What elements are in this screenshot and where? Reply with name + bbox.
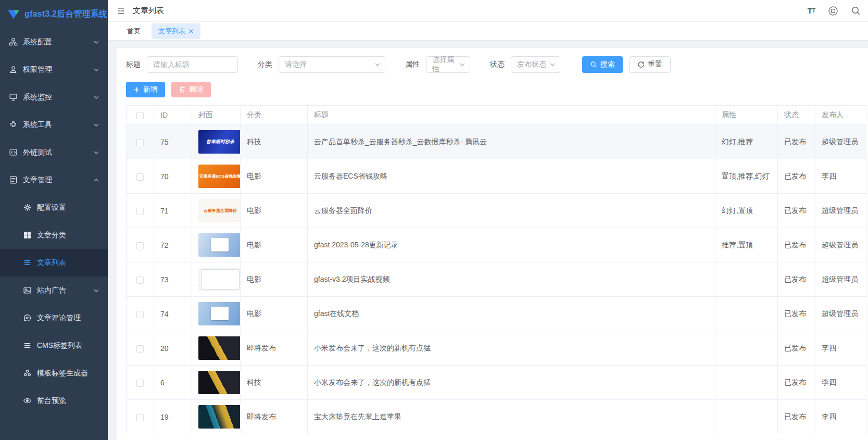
- cell-cover: [192, 262, 241, 297]
- chevron-down-icon: [93, 287, 99, 294]
- cover-image[interactable]: [198, 302, 241, 325]
- sidebar-item[interactable]: 文章管理: [0, 166, 108, 194]
- chevron-down-icon: [374, 61, 381, 68]
- search-button[interactable]: 搜索: [582, 56, 623, 73]
- row-checkbox[interactable]: [136, 345, 144, 353]
- cell-attrs: 幻灯,置顶: [715, 194, 778, 228]
- table-header-row: ID 封面 分类 标题 属性 状态 发布人: [127, 106, 866, 125]
- column-header-status: 状态: [778, 106, 815, 125]
- sidebar-item[interactable]: 文章分类: [0, 221, 108, 249]
- sidebar-item-label: 系统配置: [23, 37, 52, 47]
- cell-status: 已发布: [778, 228, 815, 262]
- eye-icon: [23, 396, 32, 405]
- sidebar-item-label: 文章分类: [37, 231, 66, 240]
- sidebar-item[interactable]: CMS标签列表: [0, 332, 108, 359]
- cell-status: 已发布: [778, 331, 815, 366]
- language-icon[interactable]: [828, 6, 838, 16]
- cell-id: 74: [154, 297, 192, 331]
- row-checkbox[interactable]: [136, 414, 144, 421]
- table-row: 72 电影 gfast 2023-05-28更新记录 推荐,置顶 已发布 超级管…: [127, 228, 866, 262]
- table-row: 6 科技 小米发布会来了，这次的新机有点猛 已发布 李四: [127, 366, 866, 400]
- category-select[interactable]: 请选择: [279, 56, 385, 73]
- search-icon[interactable]: [851, 6, 861, 16]
- cell-attrs: [715, 331, 778, 366]
- cell-title: gfast在线文档: [308, 297, 715, 331]
- sidebar-item[interactable]: 系统监控: [0, 83, 108, 111]
- delete-button[interactable]: 删除: [171, 82, 211, 97]
- select-all-checkbox[interactable]: [136, 112, 144, 119]
- table-row: 71 云服务器全面降价 电影 云服务器全面降价 幻灯,置顶 已发布 超级管理员: [127, 194, 866, 228]
- link-icon: [9, 148, 18, 157]
- cell-category: 电影: [241, 194, 308, 228]
- page-title: 文章列表: [133, 6, 164, 16]
- monitor-icon: [9, 93, 18, 102]
- cell-publisher: 超级管理员: [815, 262, 866, 297]
- row-checkbox[interactable]: [136, 276, 144, 284]
- filter-bar: 标题 分类 请选择 属性 选择属性: [126, 56, 868, 73]
- plus-icon: [133, 86, 140, 93]
- cell-id: 71: [154, 194, 192, 228]
- cover-image-text: 云服务器全面降价: [202, 208, 238, 213]
- chevron-down-icon: [93, 39, 99, 45]
- sidebar-item[interactable]: 模板标签生成器: [0, 359, 108, 387]
- sidebar-menu: 系统配置 权限管理 系统监控 系统工具 外链测试 文章管理 配置设置 文章分类 …: [0, 28, 108, 440]
- content-area: 标题 分类 请选择 属性 选择属性: [108, 41, 868, 440]
- chevron-down-icon: [93, 94, 99, 100]
- column-header-attrs: 属性: [715, 106, 778, 125]
- tab-article-list[interactable]: 文章列表: [152, 23, 200, 39]
- comment-icon: [23, 313, 32, 322]
- cover-image[interactable]: [198, 336, 241, 360]
- tab-home[interactable]: 首页: [120, 23, 147, 39]
- add-button[interactable]: 新增: [126, 82, 165, 97]
- cell-category: 即将发布: [241, 331, 308, 366]
- close-icon[interactable]: [188, 29, 194, 34]
- attribute-select[interactable]: 选择属性: [426, 56, 470, 73]
- cover-image[interactable]: 云服务器ECS省钱攻略: [198, 165, 241, 188]
- cell-category: 即将发布: [241, 400, 308, 434]
- search-icon: [590, 61, 597, 68]
- cell-category: 电影: [241, 228, 308, 262]
- reset-button[interactable]: 重置: [629, 56, 671, 73]
- sidebar-item-label: 权限管理: [23, 65, 52, 74]
- cell-attrs: [715, 400, 778, 434]
- cell-id: 72: [154, 228, 192, 262]
- fold-menu-icon[interactable]: [116, 6, 125, 16]
- app-title: gfast3.2后台管理系统: [24, 9, 107, 20]
- cover-image[interactable]: [198, 405, 241, 429]
- row-checkbox[interactable]: [136, 139, 144, 146]
- cell-cover: [192, 366, 241, 400]
- sidebar-item[interactable]: 站内广告: [0, 276, 108, 304]
- cover-image[interactable]: [198, 268, 241, 291]
- sidebar-item[interactable]: 系统工具: [0, 111, 108, 139]
- cell-publisher: 李四: [815, 159, 866, 194]
- cell-publisher: 超级管理员: [815, 125, 866, 159]
- cover-image[interactable]: 首单限时秒杀: [198, 130, 241, 154]
- chevron-down-icon: [93, 67, 99, 73]
- column-header-id: ID: [154, 106, 192, 125]
- sidebar-item[interactable]: 配置设置: [0, 194, 108, 221]
- cell-title: gfast-v3.2项目实战视频: [308, 262, 715, 297]
- sidebar-item[interactable]: 文章评论管理: [0, 304, 108, 332]
- row-checkbox[interactable]: [136, 380, 144, 387]
- cover-image[interactable]: [198, 233, 241, 257]
- row-checkbox[interactable]: [136, 311, 144, 318]
- sidebar-item[interactable]: 文章列表: [0, 249, 108, 276]
- sidebar-item-label: 文章列表: [37, 258, 66, 268]
- sidebar-item[interactable]: 外链测试: [0, 139, 108, 166]
- cover-image[interactable]: [198, 371, 241, 394]
- cover-image[interactable]: 云服务器全面降价: [198, 199, 241, 222]
- row-checkbox[interactable]: [136, 242, 144, 249]
- title-input[interactable]: [147, 56, 238, 73]
- sidebar-item-label: 系统监控: [23, 93, 52, 102]
- sidebar-item[interactable]: 系统配置: [0, 28, 108, 56]
- cell-publisher: 超级管理员: [815, 228, 866, 262]
- cell-cover: 云服务器ECS省钱攻略: [192, 159, 241, 194]
- app-logo[interactable]: gfast3.2后台管理系统: [0, 0, 108, 28]
- row-checkbox[interactable]: [136, 173, 144, 181]
- status-select[interactable]: 发布状态: [511, 56, 560, 73]
- sidebar-item[interactable]: 前台预览: [0, 387, 108, 414]
- row-checkbox[interactable]: [136, 208, 144, 215]
- grid-icon: [23, 231, 32, 240]
- sidebar-item[interactable]: 权限管理: [0, 56, 108, 83]
- org-icon: [9, 37, 18, 46]
